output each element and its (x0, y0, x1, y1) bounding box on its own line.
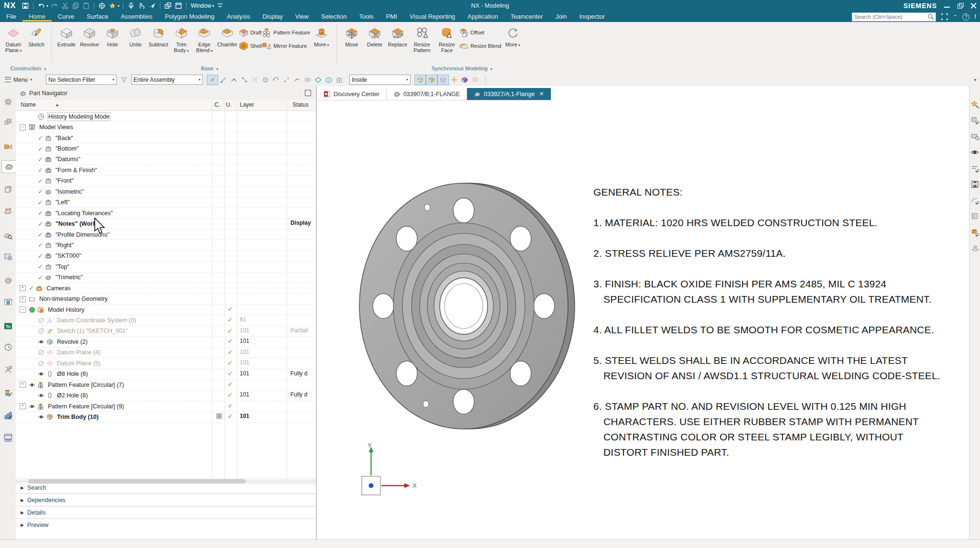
menu-item-polygon-modeling[interactable]: Polygon Modeling (159, 12, 221, 22)
cut-icon[interactable] (61, 1, 69, 10)
roles-icon[interactable] (970, 99, 980, 109)
quadrant-point-icon[interactable] (271, 75, 281, 85)
hidden-eye-icon[interactable] (38, 317, 45, 324)
panel-section-dependencies[interactable]: ▶Dependencies (16, 493, 316, 506)
intersection-icon[interactable] (250, 75, 260, 85)
edit-section-icon[interactable] (970, 164, 980, 173)
menu-item-tools[interactable]: Tools (353, 12, 379, 22)
tree-row-label[interactable]: "Right" (56, 242, 74, 249)
panel-section-preview[interactable]: ▶Preview (16, 518, 316, 531)
tree-row-label[interactable]: "Left" (56, 199, 70, 206)
tree-column-header[interactable]: NameC.U.LayerStatus▲ (16, 100, 316, 111)
tree-row-label[interactable]: Model Views (39, 124, 73, 131)
check-mate-icon[interactable] (2, 251, 14, 263)
group-label-construction[interactable]: Construction▾ (4, 66, 53, 71)
snap-point-icon[interactable] (207, 75, 218, 85)
visible-eye-icon[interactable] (38, 392, 45, 399)
tree-row[interactable]: ✓"Back" (16, 133, 316, 143)
collapse-icon[interactable]: − (20, 124, 26, 131)
tree-row[interactable]: ✓"Front" (16, 176, 316, 186)
unite-button[interactable]: Unite (124, 24, 147, 47)
web-browser-icon[interactable] (2, 296, 14, 308)
shaded-with-edges-icon[interactable] (414, 75, 426, 85)
touch-mode-icon[interactable] (137, 1, 146, 10)
tree-row-label[interactable]: Sketch (1) "SKETCH_001" (57, 328, 128, 334)
tree-row-label[interactable]: "Back" (56, 135, 73, 142)
edit-sketch-icon[interactable] (970, 196, 980, 205)
selection-scope-dropdown[interactable]: Entire Assembly▾ (131, 75, 203, 85)
mirror-feature-button[interactable]: Mirror Feature (262, 41, 310, 51)
column-header-layer[interactable]: Layer (240, 101, 254, 108)
wireframe-icon[interactable] (437, 75, 449, 85)
check-icon[interactable]: ✓ (38, 263, 43, 270)
minimize-ribbon-icon[interactable]: ⌃ (953, 14, 958, 20)
selection-filter-dropdown[interactable]: No Selection Filter▾ (46, 75, 117, 85)
expand-icon[interactable]: + (20, 382, 26, 388)
sort-ascending-icon[interactable]: ▲ (55, 102, 59, 107)
tree-row[interactable]: Ø2 Hole (8)✓101Fully d (16, 390, 316, 401)
panel-section-search[interactable]: ▶Search (16, 481, 316, 493)
midpoint-icon[interactable] (229, 75, 239, 85)
tree-row[interactable]: Datum Plane (5)✓101 (16, 358, 316, 369)
paste-icon[interactable] (82, 1, 90, 10)
check-icon[interactable]: ✓ (38, 177, 43, 185)
command-search[interactable] (852, 12, 936, 22)
tree-row[interactable]: Ø8 Hole (6)✓101Fully d (16, 369, 316, 380)
tree-row-label[interactable]: "Notes" (Work) (56, 220, 98, 227)
delete-button[interactable]: Delete (363, 24, 386, 47)
reuse-library-icon[interactable] (2, 205, 14, 217)
tree-row-label[interactable]: Ø8 Hole (6) (57, 371, 88, 377)
tree-row[interactable]: Sketch (1) "SKETCH_001"✓101Partiall (16, 326, 316, 337)
check-icon[interactable]: ✓ (38, 199, 43, 206)
visible-eye-icon[interactable] (38, 371, 45, 377)
tree-row[interactable]: +Pattern Feature [Circular] (7)✓ (16, 380, 316, 390)
column-header-name[interactable]: Name (21, 101, 36, 108)
tree-row-label[interactable]: Datum Coordinate System (0) (57, 317, 136, 324)
check-icon[interactable]: ✓ (29, 285, 34, 292)
tree-row-label[interactable]: Datum Plane (5) (57, 360, 100, 367)
sketch-button[interactable]: Sketch (25, 24, 48, 47)
group-label-base[interactable]: Base▾ (56, 66, 363, 71)
check-icon[interactable]: ✓ (38, 209, 43, 217)
tree-row[interactable]: Trim Body (10)✓101 (16, 412, 316, 422)
point-on-curve-icon[interactable] (292, 75, 302, 85)
replace-button[interactable]: Replace (386, 24, 409, 47)
true-shading-icon[interactable] (459, 75, 470, 85)
tree-row-label[interactable]: Cameras (46, 285, 71, 292)
visible-eye-icon[interactable] (29, 403, 35, 410)
edge-blend-button[interactable]: Edge Blend ▾ (193, 24, 216, 54)
close-button[interactable] (970, 3, 977, 9)
revolve-button[interactable]: Revolve (78, 24, 101, 47)
trim-body-button[interactable]: Trim Body ▾ (170, 24, 193, 54)
check-icon[interactable]: ✓ (38, 274, 43, 281)
tree-row-label[interactable]: "SKT000" (56, 252, 81, 259)
redo-icon[interactable] (50, 1, 59, 10)
tree-row-label[interactable]: "Form & Finish" (56, 167, 97, 174)
hidden-eye-icon[interactable] (38, 349, 45, 356)
dropdown-caret-icon[interactable]: ▾ (118, 4, 120, 8)
existing-point-icon[interactable] (281, 75, 292, 85)
window-layout-icon[interactable] (2, 431, 14, 443)
tree-row-label[interactable]: Trim Body (10) (57, 414, 99, 420)
eye-visibility-icon[interactable] (970, 148, 980, 157)
menu-item-application[interactable]: Application (461, 12, 504, 22)
tree-row-label[interactable]: Revolve (2) (57, 339, 88, 345)
menu-item-pmi[interactable]: PMI (380, 12, 403, 22)
visible-eye-icon[interactable] (38, 414, 45, 420)
magnifier-icon[interactable] (927, 13, 934, 20)
visual-reports-icon[interactable] (2, 387, 14, 399)
tree-row[interactable]: ✓"Isometric" (16, 186, 316, 197)
undock-panel-icon[interactable] (305, 90, 311, 96)
tree-row-label[interactable]: Pattern Feature [Circular] (9) (48, 403, 124, 410)
history-palette-icon[interactable] (2, 341, 14, 353)
tree-row-label[interactable]: Non-timestamp Geometry (39, 296, 108, 302)
constraint-navigator-icon[interactable] (2, 141, 14, 153)
menu-item-visual-reporting[interactable]: Visual Reporting (403, 12, 461, 22)
tree-row-label[interactable]: "Front" (56, 177, 74, 184)
control-point-icon[interactable] (239, 75, 250, 85)
menu-item-inspector[interactable]: Inspector (573, 12, 611, 22)
menu-button[interactable]: Menu▾ (5, 77, 39, 83)
minimize-button[interactable] (944, 3, 950, 9)
hidden-eye-icon[interactable] (38, 328, 45, 334)
closest-point-icon[interactable] (323, 75, 334, 85)
